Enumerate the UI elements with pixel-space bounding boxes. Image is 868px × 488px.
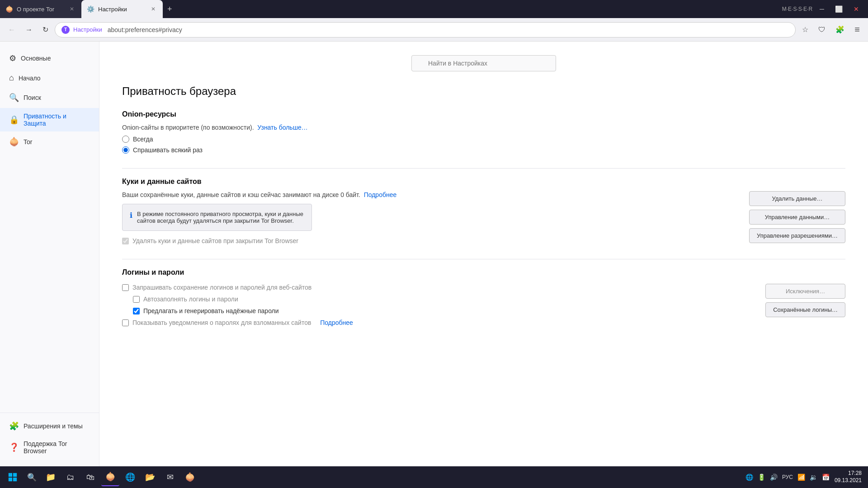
exceptions-button[interactable]: Исключения… (765, 284, 845, 299)
home-icon: ⌂ (9, 73, 14, 83)
onion-always-option[interactable]: Всегда (122, 136, 845, 143)
onion-ask-label: Спрашивать всякий раз (133, 146, 203, 154)
sidebar-item-support[interactable]: ❓ Поддержка Tor Browser (0, 436, 99, 459)
sidebar-general-label: Основные (21, 55, 51, 62)
onion-learn-more-link[interactable]: Узнать больше… (257, 124, 307, 131)
forward-button[interactable]: → (22, 23, 36, 37)
extensions-button[interactable]: 🧩 (832, 23, 848, 37)
taskbar-edge-button[interactable]: 🌐 (121, 468, 139, 486)
delete-data-button[interactable]: Удалить данные… (749, 191, 845, 206)
onion-ask-option[interactable]: Спрашивать всякий раз (122, 146, 845, 154)
autofill-checkbox[interactable] (133, 296, 140, 303)
settings-search-input[interactable] (411, 55, 556, 71)
taskbar-files-button[interactable]: 📁 (42, 468, 60, 486)
lock-icon: 🔒 (9, 115, 19, 125)
time-display: 17:28 (835, 470, 862, 477)
taskbar-tor-button[interactable]: 🧅 (101, 468, 119, 486)
sidebar-item-home[interactable]: ⌂ Начало (0, 69, 99, 87)
saved-logins-button[interactable]: Сохранённые логины… (765, 302, 845, 317)
sidebar-home-label: Начало (19, 75, 41, 82)
delete-cookies-checkbox[interactable] (122, 238, 129, 244)
reload-button[interactable]: ↻ (39, 23, 52, 37)
ask-save-item[interactable]: Запрашивать сохранение логинов и паролей… (122, 284, 747, 291)
suggest-pwd-checkbox[interactable] (133, 308, 140, 314)
show-notif-item[interactable]: Показывать уведомления о паролях для взл… (122, 319, 747, 326)
tab-settings-close[interactable]: ✕ (149, 5, 157, 13)
shield-button[interactable]: 🛡 (815, 23, 829, 37)
cookies-desc: Ваши сохранённые куки, данные сайтов и к… (122, 191, 731, 198)
manage-data-button[interactable]: Управление данными… (749, 210, 845, 225)
tray-network-icon: 🌐 (744, 473, 755, 482)
ask-save-label: Запрашивать сохранение логинов и паролей… (132, 284, 311, 291)
more-button[interactable]: ≡ (851, 22, 863, 38)
date-display: 09.13.2021 (835, 477, 862, 484)
autofill-label: Автозаполнять логины и пароли (143, 296, 238, 303)
cookies-row: Ваши сохранённые куки, данные сайтов и к… (122, 191, 845, 244)
svg-rect-1 (13, 473, 17, 477)
taskbar-email-button[interactable]: ✉ (161, 468, 179, 486)
tray-volume-icon: 🔉 (808, 473, 819, 482)
sidebar-extensions-label: Расширения и темы (24, 422, 83, 430)
search-bar-wrap: 🔍 (122, 55, 845, 71)
tray-lang-icon: РУС (781, 473, 794, 481)
taskbar-explorer-button[interactable]: 📂 (141, 468, 159, 486)
browser-name-label: Настройки (73, 26, 102, 33)
show-notif-checkbox[interactable] (122, 319, 129, 326)
bookmark-button[interactable]: ☆ (798, 23, 812, 37)
suggest-pwd-label: Предлагать и генерировать надёжные парол… (143, 307, 279, 314)
taskbar-widgets-button[interactable]: 🗂 (61, 468, 80, 486)
cookies-info-text: В режиме постоянного приватного просмотр… (137, 211, 304, 224)
address-bar[interactable]: T Настройки about:preferences#privacy (55, 22, 796, 38)
autofill-item[interactable]: Автозаполнять логины и пароли (122, 296, 747, 303)
back-button[interactable]: ← (5, 23, 19, 37)
suggest-pwd-item[interactable]: Предлагать и генерировать надёжные парол… (122, 307, 747, 314)
restore-button[interactable]: ⬜ (831, 4, 846, 14)
logins-right: Исключения… Сохранённые логины… (765, 282, 845, 326)
start-button[interactable] (4, 468, 22, 486)
show-notif-label: Показывать уведомления о паролях для взл… (132, 319, 311, 326)
info-icon: ℹ (130, 211, 132, 220)
taskbar-store-button[interactable]: 🛍 (81, 468, 99, 486)
sidebar-item-extensions[interactable]: 🧩 Расширения и темы (0, 417, 99, 436)
search-icon: 🔍 (9, 93, 19, 103)
gear-icon: ⚙ (9, 53, 16, 63)
logins-title: Логины и пароли (122, 268, 845, 277)
taskbar-search-button[interactable]: 🔍 (24, 469, 40, 485)
sidebar-support-label: Поддержка Tor Browser (24, 440, 90, 455)
new-tab-button[interactable]: + (163, 0, 177, 18)
nav-right-icons: ☆ 🛡 🧩 ≡ (798, 22, 863, 38)
nav-bar: ← → ↻ T Настройки about:preferences#priv… (0, 18, 868, 42)
tray-sound-icon: 🔊 (769, 473, 779, 482)
logins-more-link[interactable]: Подробнее (320, 319, 353, 326)
tab-about-tor[interactable]: 🧅 О проекте Tor ✕ (0, 0, 81, 18)
minimize-button[interactable]: ─ (816, 4, 828, 14)
sidebar-privacy-label: Приватность и Защита (24, 113, 90, 127)
onion-desc: Onion-сайты в приоритете (по возможности… (122, 124, 845, 131)
sidebar-item-search[interactable]: 🔍 Поиск (0, 88, 99, 107)
tab-settings[interactable]: ⚙️ Настройки ✕ (81, 0, 163, 18)
sidebar-item-general[interactable]: ⚙ Основные (0, 49, 99, 68)
cookies-more-link[interactable]: Подробнее (364, 191, 397, 198)
onion-radio-group: Всегда Спрашивать всякий раз (122, 136, 845, 154)
taskbar-tor2-button[interactable]: 🧅 (181, 468, 199, 486)
ask-save-checkbox[interactable] (122, 284, 129, 291)
help-icon: ❓ (9, 442, 19, 452)
tray-battery-icon: 🔋 (756, 473, 767, 482)
extensions-icon: 🧩 (9, 421, 19, 431)
cookies-section: Куки и данные сайтов Ваши сохранённые ку… (122, 178, 845, 244)
sidebar-item-privacy[interactable]: 🔒 Приватность и Защита (0, 108, 99, 131)
cookies-text: Ваши сохранённые куки, данные сайтов и к… (122, 191, 731, 244)
sidebar-tor-label: Tor (24, 138, 32, 145)
tab-about-tor-close[interactable]: ✕ (68, 5, 76, 13)
onion-ask-radio[interactable] (122, 146, 129, 154)
delete-cookies-checkbox-item[interactable]: Удалять куки и данные сайтов при закрыти… (122, 237, 731, 244)
tray-icons: 🌐 🔋 🔊 РУС 📶 🔉 📅 (744, 473, 831, 482)
close-button[interactable]: ✕ (850, 4, 863, 14)
cookies-title: Куки и данные сайтов (122, 178, 845, 186)
search-wrap: 🔍 (411, 55, 556, 71)
sidebar-item-tor[interactable]: 🧅 Tor (0, 132, 99, 151)
manage-permissions-button[interactable]: Управление разрешениями… (749, 228, 845, 243)
onion-always-radio[interactable] (122, 136, 129, 143)
cookies-info-box: ℹ В режиме постоянного приватного просмо… (122, 204, 312, 231)
sidebar: ⚙ Основные ⌂ Начало 🔍 Поиск 🔒 Приватност… (0, 42, 99, 466)
